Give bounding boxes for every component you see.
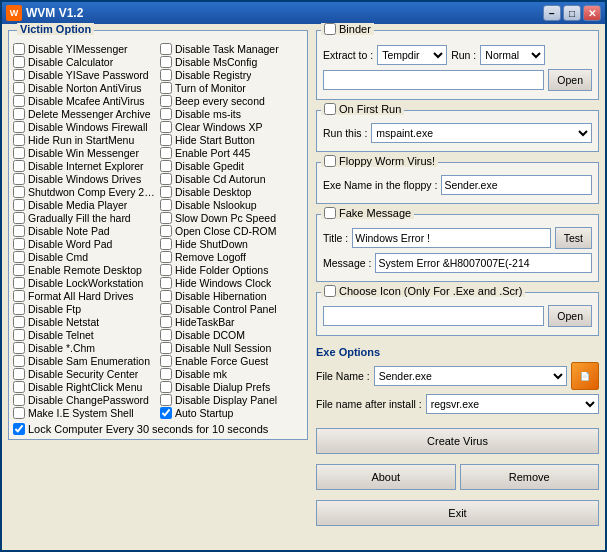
checkbox-d3[interactable] [160, 69, 172, 81]
checkbox-c12[interactable] [13, 186, 25, 198]
checkbox-c20[interactable] [13, 290, 25, 302]
checkbox-c3[interactable] [13, 69, 25, 81]
create-virus-button[interactable]: Create Virus [316, 428, 599, 454]
checkbox-label-d4: Turn of Monitor [175, 82, 246, 94]
fake-title-input[interactable] [352, 228, 550, 248]
checkbox-c25[interactable] [13, 355, 25, 367]
checkbox-c13[interactable] [13, 199, 25, 211]
checkbox-c19[interactable] [13, 277, 25, 289]
checkbox-c11[interactable] [13, 173, 25, 185]
window-title: WVM V1.2 [26, 6, 83, 20]
checkbox-d25[interactable] [160, 355, 172, 367]
checkbox-label-c13: Disable Media Player [28, 199, 127, 211]
floppy-exe-input[interactable] [441, 175, 592, 195]
maximize-button[interactable]: □ [563, 5, 581, 21]
checkbox-c29[interactable] [13, 407, 25, 419]
checkbox-c18[interactable] [13, 264, 25, 276]
checkbox-c7[interactable] [13, 121, 25, 133]
checkbox-c28[interactable] [13, 394, 25, 406]
floppy-checkbox[interactable] [324, 155, 336, 167]
checkbox-d1[interactable] [160, 43, 172, 55]
fake-message-checkbox[interactable] [324, 207, 336, 219]
checkbox-d4[interactable] [160, 82, 172, 94]
checkbox-c27[interactable] [13, 381, 25, 393]
checkbox-c2[interactable] [13, 56, 25, 68]
checkbox-c26[interactable] [13, 368, 25, 380]
file-name-label: File Name : [316, 370, 370, 382]
exit-button[interactable]: Exit [316, 500, 599, 526]
checkbox-c5[interactable] [13, 95, 25, 107]
remove-button[interactable]: Remove [460, 464, 600, 490]
checkbox-d8[interactable] [160, 134, 172, 146]
checkbox-c24[interactable] [13, 342, 25, 354]
binder-open-button[interactable]: Open [548, 69, 592, 91]
checkbox-c21[interactable] [13, 303, 25, 315]
checkbox-d6[interactable] [160, 108, 172, 120]
extract-label: Extract to : [323, 49, 373, 61]
checkbox-c4[interactable] [13, 82, 25, 94]
on-first-run-checkbox[interactable] [324, 103, 336, 115]
lock-checkbox[interactable] [13, 423, 25, 435]
checkbox-d12[interactable] [160, 186, 172, 198]
checkbox-c9[interactable] [13, 147, 25, 159]
about-button[interactable]: About [316, 464, 456, 490]
checkbox-d26[interactable] [160, 368, 172, 380]
checkbox-d19[interactable] [160, 277, 172, 289]
checkbox-d18[interactable] [160, 264, 172, 276]
checkbox-d27[interactable] [160, 381, 172, 393]
icon-path-input[interactable] [323, 306, 544, 326]
checkbox-d23[interactable] [160, 329, 172, 341]
checkbox-item: Disable Hibernation [160, 290, 303, 302]
checkbox-d28[interactable] [160, 394, 172, 406]
checkbox-d9[interactable] [160, 147, 172, 159]
checkbox-d14[interactable] [160, 212, 172, 224]
extract-select[interactable]: Tempdir [377, 45, 447, 65]
file-after-select[interactable]: regsvr.exe [426, 394, 599, 414]
choose-icon-checkbox[interactable] [324, 285, 336, 297]
checkbox-label-d25: Enable Force Guest [175, 355, 268, 367]
checkbox-label-d16: Hide ShutDown [175, 238, 248, 250]
checkbox-label-c6: Delete Messenger Archive [28, 108, 151, 120]
checkbox-c16[interactable] [13, 238, 25, 250]
binder-checkbox[interactable] [324, 23, 336, 35]
minimize-button[interactable]: − [543, 5, 561, 21]
checkbox-d7[interactable] [160, 121, 172, 133]
checkbox-d22[interactable] [160, 316, 172, 328]
checkbox-d20[interactable] [160, 290, 172, 302]
checkbox-item: Disable Security Center [13, 368, 156, 380]
checkbox-d17[interactable] [160, 251, 172, 263]
checkbox-c14[interactable] [13, 212, 25, 224]
checkbox-item: Disable ChangePassword [13, 394, 156, 406]
checkbox-c10[interactable] [13, 160, 25, 172]
checkbox-c1[interactable] [13, 43, 25, 55]
choose-icon-open-button[interactable]: Open [548, 305, 592, 327]
checkbox-c23[interactable] [13, 329, 25, 341]
checkbox-c8[interactable] [13, 134, 25, 146]
checkbox-c6[interactable] [13, 108, 25, 120]
test-button[interactable]: Test [555, 227, 592, 249]
file-name-select[interactable]: Sender.exe [374, 366, 567, 386]
checkbox-c15[interactable] [13, 225, 25, 237]
checkbox-item: Disable YIMessenger [13, 43, 156, 55]
checkbox-d24[interactable] [160, 342, 172, 354]
checkbox-d21[interactable] [160, 303, 172, 315]
checkbox-d11[interactable] [160, 173, 172, 185]
run-this-select[interactable]: mspaint.exe [371, 123, 592, 143]
close-button[interactable]: ✕ [583, 5, 601, 21]
checkbox-d29[interactable] [160, 407, 172, 419]
checkbox-label-c19: Disable LockWorkstation [28, 277, 143, 289]
checkbox-item: Disable Null Session [160, 342, 303, 354]
titlebar-buttons: − □ ✕ [543, 5, 601, 21]
checkbox-d5[interactable] [160, 95, 172, 107]
checkbox-d10[interactable] [160, 160, 172, 172]
checkbox-d2[interactable] [160, 56, 172, 68]
checkbox-item: Disable Nslookup [160, 199, 303, 211]
binder-path-input[interactable] [323, 70, 544, 90]
checkbox-d15[interactable] [160, 225, 172, 237]
fake-message-input[interactable] [375, 253, 592, 273]
checkbox-d16[interactable] [160, 238, 172, 250]
checkbox-c22[interactable] [13, 316, 25, 328]
checkbox-d13[interactable] [160, 199, 172, 211]
checkbox-c17[interactable] [13, 251, 25, 263]
run-select[interactable]: NormalHiddenMinimized [480, 45, 545, 65]
